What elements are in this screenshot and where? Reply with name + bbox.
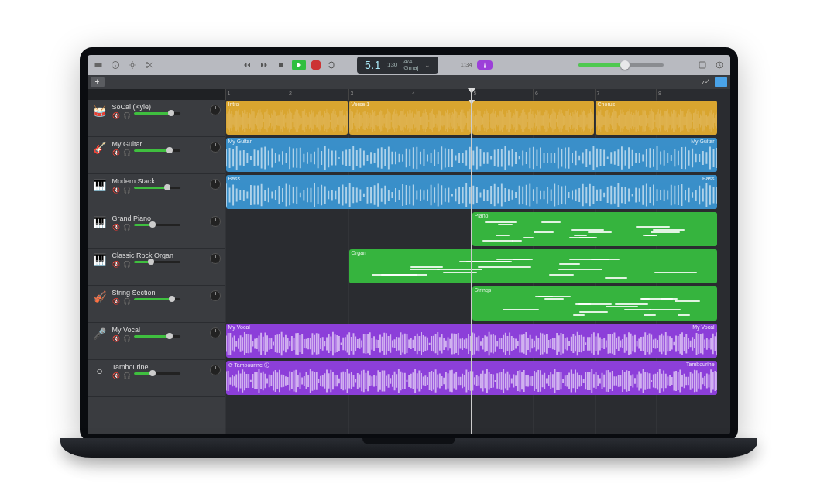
region-label: My Vocal	[228, 324, 250, 330]
mute-icon[interactable]: 🔇	[112, 298, 120, 305]
loop-browser-button[interactable]	[713, 59, 726, 71]
track-icon: 🥁	[92, 103, 108, 118]
track-volume[interactable]	[134, 335, 180, 338]
view-toggle[interactable]	[715, 77, 727, 87]
track-icon: 🎹	[92, 252, 108, 267]
ruler-tick: 2	[287, 89, 292, 100]
scissors-button[interactable]	[143, 59, 156, 71]
master-volume[interactable]	[578, 63, 664, 67]
track-name: Modern Stack	[112, 177, 221, 185]
headphone-icon[interactable]: 🎧	[123, 112, 131, 119]
track-icon: 🎤	[92, 326, 108, 341]
add-track-button[interactable]: +	[91, 77, 105, 87]
track-header[interactable]: 🎸 My Guitar 🔇 🎧	[88, 137, 225, 174]
master-volume-fill	[578, 63, 626, 67]
track-volume[interactable]	[134, 187, 180, 189]
headphone-icon[interactable]: 🎧	[123, 372, 131, 379]
track-volume[interactable]	[134, 298, 180, 300]
pan-knob[interactable]	[210, 327, 221, 338]
region[interactable]: Intro	[226, 101, 348, 135]
mute-icon[interactable]: 🔇	[112, 112, 120, 119]
play-button[interactable]	[292, 60, 306, 70]
mute-icon[interactable]: 🔇	[112, 149, 120, 156]
track-volume[interactable]	[134, 224, 180, 226]
automation-button[interactable]	[699, 76, 712, 88]
track-name: Classic Rock Organ	[112, 252, 221, 259]
toolbar: 5.1 130 4/4Gmaj ⌄ 1:34	[88, 55, 730, 75]
track-headers: 🥁 SoCal (Kyle) 🔇 🎧 🎸 My Guitar 🔇 🎧 🎹 Mod…	[88, 100, 225, 434]
track-volume[interactable]	[134, 149, 180, 152]
midi-notes	[475, 221, 714, 244]
track-icon: 🎹	[92, 214, 108, 230]
master-volume-knob[interactable]	[620, 60, 630, 70]
tuner-button[interactable]	[477, 60, 493, 70]
track-icon: 🎸	[92, 140, 108, 156]
track-header[interactable]: 🎤 My Vocal 🔇 🎧	[88, 323, 225, 360]
headphone-icon[interactable]: 🎧	[123, 224, 131, 231]
region-label: Strings	[475, 287, 492, 293]
track-header[interactable]: 🥁 SoCal (Kyle) 🔇 🎧	[88, 100, 225, 137]
arrange-area[interactable]: IntroVerse 1ChorusMy GuitarMy GuitarBass…	[225, 100, 730, 434]
lcd-display[interactable]: 5.1 130 4/4Gmaj ⌄	[357, 57, 438, 74]
mute-icon[interactable]: 🔇	[112, 261, 120, 268]
pan-knob[interactable]	[210, 216, 221, 227]
headphone-icon[interactable]: 🎧	[123, 298, 131, 305]
region[interactable]: Chorus	[596, 101, 717, 135]
ruler-tick: 4	[410, 89, 415, 100]
cycle-button[interactable]	[326, 59, 338, 71]
region-label-right: My Guitar	[691, 139, 714, 144]
track-header[interactable]: 🎹 Modern Stack 🔇 🎧	[88, 174, 225, 211]
rewind-button[interactable]	[241, 59, 253, 71]
forward-button[interactable]	[258, 59, 270, 71]
mute-icon[interactable]: 🔇	[112, 224, 120, 231]
library-button[interactable]	[92, 59, 105, 71]
laptop-frame: 5.1 130 4/4Gmaj ⌄ 1:34 + 123456	[60, 32, 757, 473]
track-header[interactable]: 🎻 String Section 🔇 🎧	[88, 286, 225, 323]
mute-icon[interactable]: 🔇	[112, 335, 120, 342]
region[interactable]	[472, 101, 594, 135]
svg-rect-5	[279, 63, 283, 67]
region-label-right: Tambourine	[686, 362, 715, 367]
track-header[interactable]: ○ Tambourine 🔇 🎧	[88, 360, 225, 397]
track-name: Grand Piano	[112, 214, 221, 222]
midi-notes	[352, 259, 714, 281]
stop-button[interactable]	[275, 59, 287, 71]
svg-point-6	[484, 67, 486, 68]
region-label-right: My Vocal	[692, 324, 714, 330]
position-display: 5.1	[365, 59, 381, 71]
track-volume[interactable]	[134, 112, 180, 115]
track-header[interactable]: 🎹 Classic Rock Organ 🔇 🎧	[88, 249, 225, 286]
pan-knob[interactable]	[210, 179, 221, 190]
timeline-ruler[interactable]: 12345678	[225, 89, 730, 101]
region[interactable]: Verse 1	[349, 101, 471, 135]
headphone-icon[interactable]: 🎧	[123, 335, 131, 342]
tuner-time: 1:34	[460, 61, 472, 68]
record-button[interactable]	[311, 60, 321, 70]
notch	[366, 47, 451, 55]
pan-knob[interactable]	[210, 365, 221, 375]
headphone-icon[interactable]: 🎧	[123, 187, 131, 194]
region[interactable]: Piano	[472, 212, 717, 246]
pan-knob[interactable]	[210, 253, 221, 264]
pan-knob[interactable]	[210, 142, 221, 153]
headphone-icon[interactable]: 🎧	[123, 149, 131, 156]
region-label: Piano	[475, 213, 489, 218]
track-volume[interactable]	[134, 372, 180, 375]
headphone-icon[interactable]: 🎧	[123, 261, 131, 268]
track-header[interactable]: 🎹 Grand Piano 🔇 🎧	[88, 211, 225, 249]
track-volume[interactable]	[134, 261, 180, 263]
region[interactable]: Organ	[349, 249, 717, 283]
mute-icon[interactable]: 🔇	[112, 187, 120, 194]
mute-icon[interactable]: 🔇	[112, 372, 120, 379]
track-icon: 🎻	[92, 289, 108, 304]
info-button[interactable]	[109, 59, 122, 71]
notes-button[interactable]	[696, 59, 709, 71]
region-label: Intro	[228, 101, 239, 107]
pan-knob[interactable]	[210, 105, 221, 115]
editor-button[interactable]	[126, 59, 139, 71]
track-name: My Vocal	[112, 326, 221, 334]
track-name: Tambourine	[112, 363, 221, 371]
region[interactable]: Strings	[472, 286, 717, 321]
pan-knob[interactable]	[210, 290, 221, 301]
waveform	[349, 108, 471, 133]
